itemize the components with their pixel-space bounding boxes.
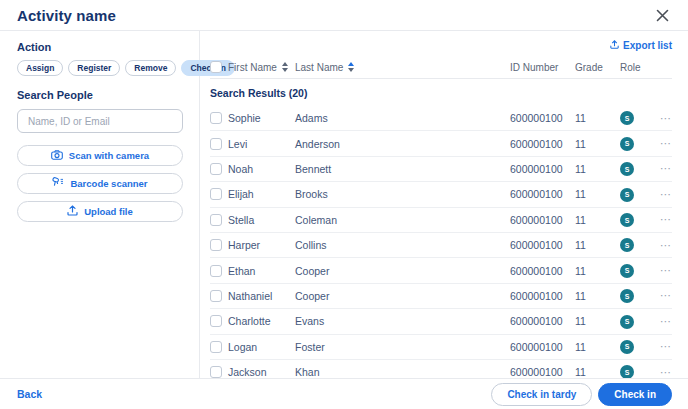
cell-id-number: 600000100 [510, 138, 575, 150]
cell-role: S [620, 162, 654, 177]
row-menu-button[interactable]: ⋯ [654, 137, 672, 150]
activity-modal: Activity name Action Assign Register Rem… [0, 0, 688, 409]
cell-grade: 11 [575, 214, 620, 226]
role-badge: S [620, 289, 634, 303]
cell-first-name: Jackson [228, 366, 295, 378]
column-first-name[interactable]: First Name [228, 62, 295, 73]
cell-role: S [620, 238, 654, 253]
role-badge: S [620, 137, 634, 151]
cell-role: S [620, 136, 654, 151]
row-menu-button[interactable]: ⋯ [654, 239, 672, 252]
row-checkbox[interactable] [210, 188, 222, 200]
close-icon[interactable] [654, 7, 670, 23]
sort-icon-last-name[interactable] [348, 62, 354, 72]
row-menu-button[interactable]: ⋯ [654, 366, 672, 378]
cell-role: S [620, 187, 654, 202]
table-row: HarperCollins60000010011S⋯ [210, 233, 672, 258]
cell-first-name: Stella [228, 214, 295, 226]
row-checkbox[interactable] [210, 315, 222, 327]
register-button[interactable]: Register [68, 60, 120, 76]
cell-first-name: Harper [228, 239, 295, 251]
row-checkbox[interactable] [210, 138, 222, 150]
table-row: LeviAnderson60000010011S⋯ [210, 131, 672, 156]
cell-grade: 11 [575, 341, 620, 353]
cell-grade: 11 [575, 366, 620, 378]
search-people-label: Search People [17, 89, 183, 101]
check-in-button[interactable]: Check in [598, 383, 672, 406]
cell-id-number: 600000100 [510, 112, 575, 124]
barcode-scanner-icon [52, 177, 64, 191]
column-role: Role [620, 62, 654, 73]
export-list-link[interactable]: Export list [610, 40, 672, 51]
cell-id-number: 600000100 [510, 188, 575, 200]
row-menu-button[interactable]: ⋯ [654, 188, 672, 201]
row-menu-button[interactable]: ⋯ [654, 315, 672, 328]
export-list-label: Export list [623, 40, 672, 51]
cell-id-number: 600000100 [510, 341, 575, 353]
upload-icon [67, 205, 78, 218]
table-header-row: First Name Last Name ID Number Grade Rol… [210, 56, 672, 79]
sort-icon-first-name[interactable] [282, 62, 288, 72]
table-row: CharlotteEvans60000010011S⋯ [210, 309, 672, 334]
column-id-number: ID Number [510, 62, 575, 73]
cell-role: S [620, 314, 654, 329]
upload-file-button[interactable]: Upload file [17, 201, 183, 222]
cell-id-number: 600000100 [510, 239, 575, 251]
cell-grade: 11 [575, 315, 620, 327]
remove-button[interactable]: Remove [125, 60, 176, 76]
table-row: SophieAdams60000010011S⋯ [210, 106, 672, 131]
sidebar: Action Assign Register Remove Check in S… [0, 31, 200, 378]
export-icon [610, 40, 619, 51]
cell-last-name: Evans [295, 315, 510, 327]
row-menu-button[interactable]: ⋯ [654, 213, 672, 226]
table-row: EthanCooper60000010011S⋯ [210, 258, 672, 283]
row-checkbox[interactable] [210, 214, 222, 226]
search-input[interactable] [17, 109, 183, 133]
row-menu-button[interactable]: ⋯ [654, 112, 672, 125]
row-checkbox[interactable] [210, 290, 222, 302]
cell-last-name: Cooper [295, 265, 510, 277]
cell-last-name: Anderson [295, 138, 510, 150]
barcode-scanner-button[interactable]: Barcode scanner [17, 173, 183, 194]
row-checkbox[interactable] [210, 265, 222, 277]
modal-header: Activity name [0, 0, 688, 31]
scan-with-camera-button[interactable]: Scan with camera [17, 145, 183, 166]
cell-grade: 11 [575, 138, 620, 150]
role-badge: S [620, 315, 634, 329]
back-link[interactable]: Back [17, 388, 42, 400]
cell-last-name: Collins [295, 239, 510, 251]
cell-id-number: 600000100 [510, 214, 575, 226]
row-checkbox[interactable] [210, 163, 222, 175]
select-all-checkbox[interactable] [210, 61, 222, 73]
cell-role: S [620, 365, 654, 378]
barcode-scanner-label: Barcode scanner [70, 178, 147, 189]
role-badge: S [620, 162, 634, 176]
row-checkbox[interactable] [210, 341, 222, 353]
role-badge: S [620, 238, 634, 252]
cell-grade: 11 [575, 265, 620, 277]
column-last-name[interactable]: Last Name [295, 62, 510, 73]
action-section-label: Action [17, 41, 183, 53]
upload-file-label: Upload file [84, 206, 133, 217]
row-menu-button[interactable]: ⋯ [654, 289, 672, 302]
cell-id-number: 600000100 [510, 265, 575, 277]
cell-first-name: Ethan [228, 265, 295, 277]
cell-grade: 11 [575, 188, 620, 200]
page-title: Activity name [17, 7, 116, 24]
cell-role: S [620, 289, 654, 304]
row-checkbox[interactable] [210, 366, 222, 378]
modal-footer: Back Check in tardy Check in [0, 378, 688, 409]
row-menu-button[interactable]: ⋯ [654, 264, 672, 277]
cell-first-name: Elijah [228, 188, 295, 200]
row-menu-button[interactable]: ⋯ [654, 162, 672, 175]
camera-icon [51, 150, 63, 162]
row-checkbox[interactable] [210, 239, 222, 251]
cell-id-number: 600000100 [510, 315, 575, 327]
role-badge: S [620, 365, 634, 378]
cell-id-number: 600000100 [510, 290, 575, 302]
table-row: ElijahBrooks60000010011S⋯ [210, 182, 672, 207]
row-checkbox[interactable] [210, 112, 222, 124]
row-menu-button[interactable]: ⋯ [654, 340, 672, 353]
assign-button[interactable]: Assign [17, 60, 63, 76]
check-in-tardy-button[interactable]: Check in tardy [491, 383, 592, 406]
